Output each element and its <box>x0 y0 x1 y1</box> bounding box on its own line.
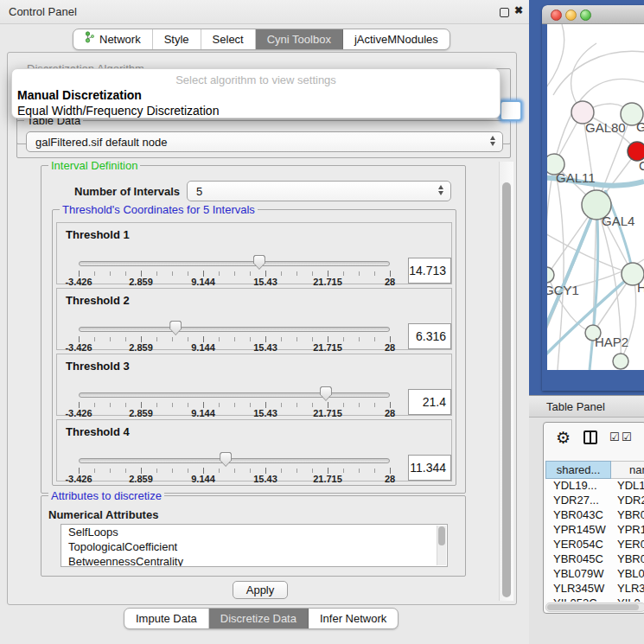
table-cell[interactable]: YBR043C <box>545 508 611 523</box>
slider-track[interactable] <box>79 261 390 266</box>
tab-select[interactable]: Select <box>201 29 256 49</box>
table-cell[interactable]: YDR27... <box>545 494 611 508</box>
column-header-shared-name[interactable]: shared... <box>545 461 611 479</box>
table-row[interactable]: YDL19...YDL1 <box>545 479 644 494</box>
slider-major-tick <box>328 271 328 277</box>
minimize-traffic-button[interactable] <box>565 10 577 21</box>
column-header-name[interactable]: name <box>611 461 644 479</box>
interval-definition-group-title: Interval Definition <box>48 159 140 172</box>
table-row[interactable]: YLR345WYLR3 <box>545 582 644 596</box>
slider-major-tick <box>141 271 142 277</box>
threshold-label: Threshold 1 <box>66 228 130 241</box>
table-row[interactable]: YBL079WYBL0 <box>545 567 644 582</box>
table-row[interactable]: YBR045CYBR0 <box>545 552 644 567</box>
slider-scale: -3.4262.8599.14415.4321.71528 <box>79 408 390 418</box>
table-row[interactable]: YPR145WYPR1 <box>545 523 644 538</box>
threshold-slider[interactable]: -3.4262.8599.14415.4321.71528 <box>78 323 391 349</box>
threshold-value-input[interactable]: 6.316 <box>408 323 451 349</box>
tab-network[interactable]: Network <box>73 29 153 49</box>
table-row[interactable]: YDR27...YDR2 <box>545 494 644 508</box>
table-cell[interactable]: YDL19... <box>545 479 611 494</box>
threshold-value-input[interactable]: 14.713 <box>408 258 451 284</box>
table-cell[interactable]: YBL079W <box>545 567 611 582</box>
threshold-slider[interactable]: -3.4262.8599.14415.4321.71528 <box>78 455 391 481</box>
table-data-combo[interactable]: galFiltered.sif default node <box>26 131 503 152</box>
slider-thumb[interactable] <box>169 321 182 335</box>
table-row[interactable]: YIL052CYIL0 <box>545 596 644 602</box>
threshold-row: Threshold 4 -3.4262.8599.14415.4321.7152… <box>56 419 452 481</box>
checkbox-checked-icon[interactable]: ☑ <box>609 430 620 443</box>
slider-scale-label: 21.715 <box>313 408 342 418</box>
close-icon[interactable]: ✖ <box>514 4 523 16</box>
table-horizontal-scrollbar[interactable] <box>545 603 644 612</box>
tab-style[interactable]: Style <box>153 29 201 49</box>
slider-track[interactable] <box>79 458 390 463</box>
apply-button[interactable]: Apply <box>233 581 288 599</box>
node-label-gal11: GAL11 <box>556 170 596 185</box>
threshold-value-input[interactable]: 11.344 <box>408 455 451 481</box>
list-item[interactable]: BetweennessCentrality <box>61 554 447 567</box>
tab-jactivemnodules-label: jActiveMNodules <box>354 29 438 49</box>
table-cell[interactable]: YBR0 <box>611 552 644 567</box>
slider-thumb[interactable] <box>253 255 265 270</box>
table-horizontal-scrollbar-thumb[interactable] <box>547 604 639 610</box>
tab-infer-network[interactable]: Infer Network <box>309 609 398 628</box>
slider-major-tick <box>203 271 204 277</box>
combo-stepper-icon <box>490 136 495 146</box>
list-item[interactable]: SelfLoops <box>61 525 447 539</box>
table-cell[interactable]: YIL052C <box>545 596 611 602</box>
table-cell[interactable]: YLR3 <box>611 582 644 596</box>
slider-thumb[interactable] <box>220 452 232 467</box>
table-cell[interactable]: YPR145W <box>545 523 611 538</box>
cyni-content-panel: Discretization Algorithm Select algorith… <box>7 52 517 605</box>
table-row[interactable]: YER054CYER0 <box>545 538 644 552</box>
table-cell[interactable]: YLR345W <box>545 582 611 596</box>
number-of-intervals-combo[interactable]: 5 <box>187 181 451 201</box>
column-split-icon[interactable] <box>583 430 597 444</box>
table-cell[interactable]: YBR045C <box>545 552 611 567</box>
slider-thumb[interactable] <box>320 386 332 401</box>
checkbox-checked-icon[interactable]: ☑ <box>622 430 632 443</box>
slider-track[interactable] <box>79 327 390 332</box>
tab-jactivemnodules[interactable]: jActiveMNodules <box>343 29 450 49</box>
table-cell[interactable]: YPR1 <box>611 523 644 538</box>
node-gcy1[interactable] <box>547 267 554 283</box>
tab-cyni-toolbox[interactable]: Cyni Toolbox <box>256 29 343 49</box>
network-window-titlebar[interactable] <box>542 5 644 24</box>
slider-major-tick <box>79 336 80 342</box>
table-cell[interactable]: YDL1 <box>611 479 644 494</box>
table-cell[interactable]: YER0 <box>611 538 644 552</box>
float-window-icon[interactable] <box>500 8 509 17</box>
table-cell[interactable]: YBR0 <box>611 508 644 523</box>
table-cell[interactable]: YIL0 <box>611 596 644 602</box>
table-cell[interactable]: YBL0 <box>611 567 644 582</box>
list-item[interactable]: TopologicalCoefficient <box>61 539 447 554</box>
zoom-traffic-button[interactable] <box>580 10 591 21</box>
slider-major-tick <box>203 468 204 474</box>
slider-track[interactable] <box>79 392 390 398</box>
table-row[interactable]: YBR043CYBR0 <box>545 508 644 523</box>
algorithm-combo-focused-fragment[interactable] <box>500 100 522 121</box>
tab-style-label: Style <box>164 29 189 49</box>
bottom-tab-bar: Impute Data Discretize Data Infer Networ… <box>124 608 399 629</box>
option-manual-discretization[interactable]: Manual Discretization <box>17 88 142 102</box>
list-scrollbar[interactable] <box>437 526 446 565</box>
threshold-label: Threshold 4 <box>66 425 130 438</box>
threshold-slider[interactable]: -3.4262.8599.14415.4321.71528 <box>78 389 391 415</box>
tab-impute-data[interactable]: Impute Data <box>124 609 209 628</box>
main-scrollbar[interactable] <box>499 162 513 601</box>
threshold-slider[interactable]: -3.4262.8599.14415.4321.71528 <box>78 258 391 284</box>
node-bottom[interactable] <box>613 354 628 369</box>
tab-cyni-toolbox-label: Cyni Toolbox <box>267 29 331 49</box>
table-cell[interactable]: YER054C <box>545 538 611 552</box>
close-traffic-button[interactable] <box>551 10 562 21</box>
main-scrollbar-thumb[interactable] <box>502 182 511 597</box>
threshold-label: Threshold 3 <box>66 360 130 373</box>
network-canvas[interactable]: GAL80 GA C GAL11 GAL4 GCY1 H HAP2 <box>547 24 644 370</box>
option-equal-width-frequency[interactable]: Equal Width/Frequency Discretization <box>17 104 219 118</box>
table-cell[interactable]: YDR2 <box>611 494 644 508</box>
tab-discretize-data[interactable]: Discretize Data <box>209 609 309 628</box>
slider-scale-label: 21.715 <box>313 277 342 287</box>
threshold-value-input[interactable]: 21.4 <box>408 389 451 415</box>
gear-icon[interactable]: ⚙ <box>556 428 571 448</box>
